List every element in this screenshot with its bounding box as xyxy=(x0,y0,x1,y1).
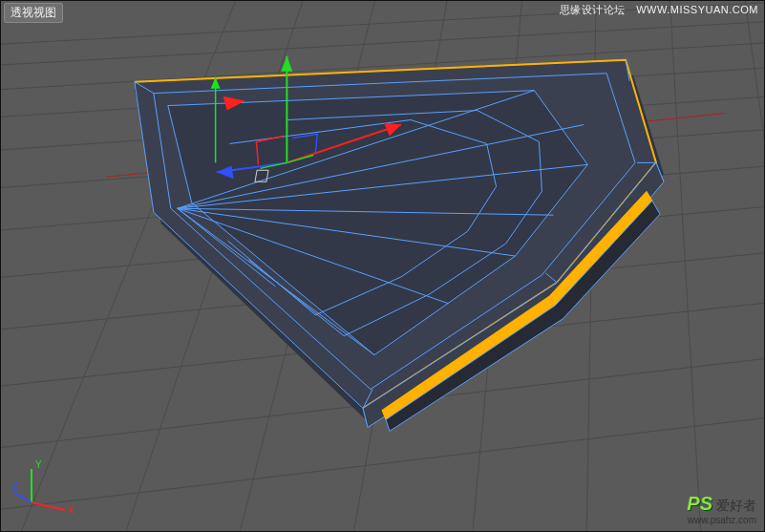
watermark-url: www.psahz.com xyxy=(688,515,756,525)
view-label-text: 透视视图 xyxy=(11,6,56,19)
header-site: WWW.MISSYUAN.COM xyxy=(636,4,758,15)
watermark-name: 爱好者 xyxy=(716,498,756,515)
svg-line-10 xyxy=(1,18,764,68)
axis-orientation-widget[interactable]: X Y Z xyxy=(12,455,79,521)
scene-canvas xyxy=(1,1,764,531)
svg-line-47 xyxy=(32,502,65,510)
axis-z-label: Z xyxy=(12,480,18,491)
svg-marker-38 xyxy=(281,56,292,72)
svg-line-19 xyxy=(744,1,764,531)
axis-y-label: Y xyxy=(35,459,42,470)
svg-line-18 xyxy=(669,1,701,531)
viewport-3d[interactable]: X Y Z 透视视图 思缘设计论坛 WWW.MISSYUAN.COM PS 爱好… xyxy=(1,1,764,531)
view-label[interactable]: 透视视图 xyxy=(4,3,63,23)
svg-line-0 xyxy=(1,410,764,515)
header-watermark: 思缘设计论坛 WWW.MISSYUAN.COM xyxy=(560,3,758,17)
axis-x-label: X xyxy=(68,505,74,516)
footer-watermark: PS 爱好者 www.psahz.com xyxy=(687,493,756,525)
watermark-logo: PS xyxy=(687,493,712,515)
svg-line-49 xyxy=(14,493,32,502)
header-brand: 思缘设计论坛 xyxy=(560,4,626,15)
